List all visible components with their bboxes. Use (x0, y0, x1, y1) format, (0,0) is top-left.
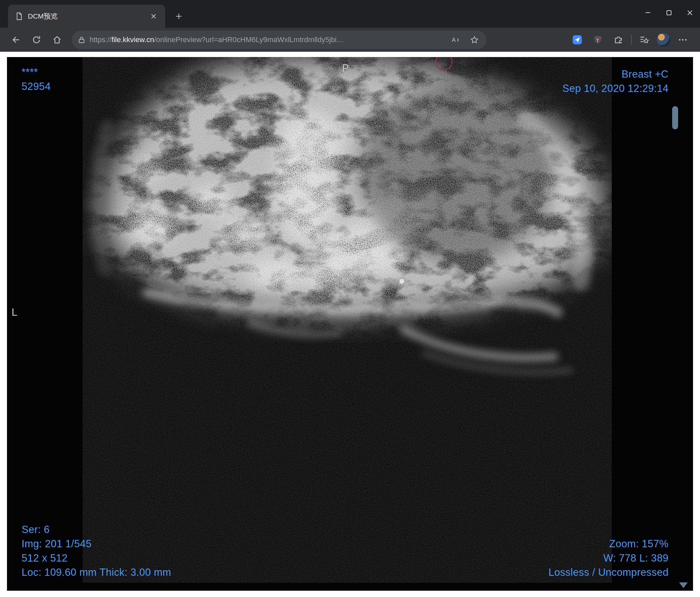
patient-id: 52954 (22, 79, 51, 94)
read-aloud-icon: A (451, 35, 460, 45)
slice-location: Loc: 109.60 mm Thick: 3.00 mm (22, 565, 171, 579)
url-path: /onlinePreview?url=aHR0cHM6Ly9maWxlLmtrd… (154, 35, 344, 44)
patient-name: **** (22, 65, 51, 79)
extensions-puzzle-icon (613, 34, 624, 45)
back-icon (11, 35, 21, 45)
read-aloud-button[interactable]: A (449, 32, 463, 47)
series-scrollbar-thumb[interactable] (672, 106, 678, 129)
series-number: Ser: 6 (22, 522, 171, 537)
study-datetime: Sep 10, 2020 12:29:14 (562, 81, 669, 96)
home-icon (52, 35, 62, 45)
close-icon (150, 13, 157, 20)
minimize-button[interactable] (637, 0, 658, 25)
back-button[interactable] (7, 30, 25, 49)
new-tab-button[interactable] (171, 9, 186, 24)
blue-extension-icon (572, 34, 582, 45)
maximize-icon (664, 8, 673, 17)
display-info-overlay: Zoom: 157% W: 778 L: 389 Lossless / Unco… (548, 537, 669, 579)
address-bar[interactable]: https://file.kkview.cn/onlinePreview?url… (72, 30, 486, 49)
compression-info: Lossless / Uncompressed (548, 565, 669, 579)
zoom-level: Zoom: 157% (548, 537, 669, 551)
plus-icon (175, 12, 183, 21)
more-options-button[interactable] (675, 32, 691, 48)
series-info-overlay: Ser: 6 Img: 201 1/545 512 x 512 Loc: 109… (22, 522, 171, 579)
page-content: **** 52954 Breast +C Sep 10, 2020 12:29:… (0, 52, 700, 597)
orientation-marker-posterior: P (342, 62, 349, 74)
tab-title: DCM预览 (28, 11, 143, 21)
tab-close-button[interactable] (147, 10, 160, 23)
orientation-marker-left: L (11, 307, 17, 318)
shield-extension-icon: T (593, 34, 603, 45)
refresh-button[interactable] (27, 30, 46, 49)
favorites-hub-icon (639, 34, 650, 45)
toolbar-extensions-area: T (569, 32, 693, 48)
image-matrix: 512 x 512 (22, 551, 171, 565)
mri-scan-image (7, 57, 693, 591)
favorite-star-icon (470, 35, 479, 45)
browser-titlebar: DCM预览 (0, 0, 700, 28)
browser-toolbar: https://file.kkview.cn/onlinePreview?url… (0, 28, 700, 52)
scroll-down-arrow-icon[interactable] (679, 582, 688, 588)
image-number: Img: 201 1/545 (22, 537, 171, 551)
url-text: https://file.kkview.cn/onlinePreview?url… (90, 35, 445, 44)
favorite-button[interactable] (467, 32, 482, 47)
window-controls (637, 0, 700, 25)
url-domain: file.kkview.cn (111, 35, 154, 44)
shield-extension-button[interactable]: T (590, 32, 606, 48)
refresh-icon (31, 35, 42, 45)
patient-info-overlay: **** 52954 (22, 65, 51, 94)
toolbar-divider (631, 35, 632, 45)
home-button[interactable] (48, 30, 66, 49)
window-level: W: 778 L: 389 (548, 551, 669, 565)
close-icon (685, 8, 694, 17)
url-scheme: https:// (90, 35, 111, 44)
favorites-hub-button[interactable] (636, 32, 652, 48)
more-ellipsis-icon (677, 34, 688, 45)
lock-icon (78, 36, 85, 44)
svg-text:A: A (452, 37, 456, 43)
close-window-button[interactable] (679, 0, 700, 25)
study-info-overlay: Breast +C Sep 10, 2020 12:29:14 (562, 67, 669, 96)
dicom-viewer[interactable]: **** 52954 Breast +C Sep 10, 2020 12:29:… (7, 57, 693, 591)
extensions-button[interactable] (610, 32, 626, 48)
browser-tab[interactable]: DCM预览 (8, 5, 165, 28)
minimize-icon (643, 8, 653, 17)
study-description: Breast +C (562, 67, 669, 81)
document-icon (15, 12, 23, 21)
profile-avatar[interactable] (657, 33, 670, 47)
maximize-button[interactable] (658, 0, 679, 25)
blue-extension-button[interactable] (569, 32, 585, 48)
svg-text:T: T (596, 38, 599, 43)
